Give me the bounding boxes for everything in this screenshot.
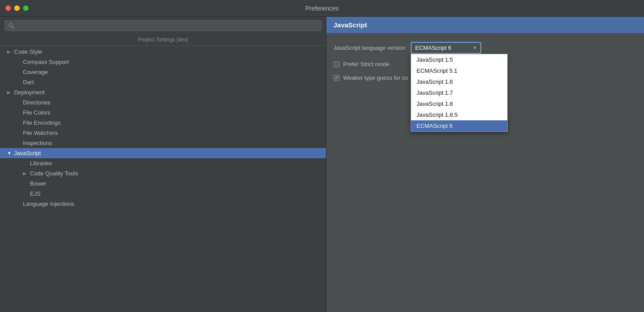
tree-label-code-style: Code Style xyxy=(14,48,42,55)
dropdown-option-js185[interactable]: JavaScript 1.8.5 xyxy=(411,109,507,120)
tree-item-compass-support[interactable]: Compass Support xyxy=(0,57,326,67)
selected-version-label: ECMAScript 6 xyxy=(415,45,451,51)
prefer-strict-mode-label: Prefer Strict mode xyxy=(343,61,389,67)
tree-label-bower: Bower xyxy=(30,180,46,187)
tree-label-file-watchers: File Watchers xyxy=(23,130,58,136)
tree-container: ▶Code StyleCompass SupportCoverageDart▶D… xyxy=(0,46,326,312)
tree-item-code-quality-tools[interactable]: ▶Code Quality Tools xyxy=(0,168,326,178)
tree-item-file-encodings[interactable]: File Encodings xyxy=(0,118,326,128)
tree-label-file-colors: File Colors xyxy=(23,109,50,116)
tree-label-dart: Dart xyxy=(23,79,34,85)
tree-item-file-colors[interactable]: File Colors xyxy=(0,108,326,118)
project-settings-header: Project Settings [dev] xyxy=(0,35,326,46)
right-panel-header: JavaScript xyxy=(326,17,644,33)
tree-item-javascript[interactable]: ▼JavaScript xyxy=(0,148,326,158)
dropdown-option-ecma6[interactable]: ECMAScript 6 xyxy=(411,120,507,131)
language-version-select-button[interactable]: ECMAScript 6 ▼ xyxy=(411,42,481,54)
tree-label-deployment: Deployment xyxy=(14,89,45,96)
dropdown-arrow-icon: ▼ xyxy=(472,45,477,50)
tree-item-libraries[interactable]: Libraries xyxy=(0,158,326,168)
search-input[interactable] xyxy=(17,22,318,29)
tree-item-directories[interactable]: Directories xyxy=(0,97,326,108)
main-container: Project Settings [dev] ▶Code StyleCompas… xyxy=(0,17,644,312)
tree-label-coverage: Coverage xyxy=(23,69,48,75)
language-version-row: JavaScript language version ECMAScript 6… xyxy=(333,42,637,54)
tree-label-code-quality-tools: Code Quality Tools xyxy=(30,170,78,177)
weaker-type-guess-checkbox[interactable] xyxy=(333,75,340,81)
tree-item-dart[interactable]: Dart xyxy=(0,77,326,87)
search-wrapper[interactable] xyxy=(4,20,322,31)
right-panel-content: JavaScript language version ECMAScript 6… xyxy=(326,33,644,90)
tree-item-code-style[interactable]: ▶Code Style xyxy=(0,47,326,57)
close-button[interactable] xyxy=(5,5,11,11)
dropdown-option-js16[interactable]: JavaScript 1.6 xyxy=(411,76,507,87)
tree-item-deployment[interactable]: ▶Deployment xyxy=(0,87,326,97)
tree-item-bower[interactable]: Bower xyxy=(0,178,326,189)
window-title: Preferences xyxy=(305,5,338,12)
tree-item-coverage[interactable]: Coverage xyxy=(0,67,326,77)
tree-label-language-injections: Language Injections xyxy=(23,201,74,207)
language-version-select-wrapper: ECMAScript 6 ▼ JavaScript 1.5 ECMAScript… xyxy=(411,42,481,54)
tree-label-javascript: JavaScript xyxy=(14,150,41,156)
minimize-button[interactable] xyxy=(14,5,20,11)
search-icon xyxy=(8,23,15,29)
tree-label-directories: Directories xyxy=(23,99,50,106)
weaker-type-guess-label: Weaker type guess for co xyxy=(343,74,408,81)
tree-label-libraries: Libraries xyxy=(30,160,52,167)
tree-arrow-code-quality-tools: ▶ xyxy=(23,171,28,176)
dropdown-option-js18[interactable]: JavaScript 1.8 xyxy=(411,98,507,109)
dropdown-option-js17[interactable]: JavaScript 1.7 xyxy=(411,87,507,98)
dropdown-option-ecma51[interactable]: ECMAScript 5.1 xyxy=(411,65,507,76)
language-version-label: JavaScript language version xyxy=(333,45,405,51)
tree-label-file-encodings: File Encodings xyxy=(23,119,60,126)
left-panel: Project Settings [dev] ▶Code StyleCompas… xyxy=(0,17,326,312)
tree-label-inspections: Inspections xyxy=(23,140,52,146)
tree-arrow-javascript: ▼ xyxy=(7,151,12,156)
tree-label-compass-support: Compass Support xyxy=(23,59,69,65)
tree-arrow-deployment: ▶ xyxy=(7,90,12,95)
tree-item-inspections[interactable]: Inspections xyxy=(0,138,326,148)
version-dropdown-menu: JavaScript 1.5 ECMAScript 5.1 JavaScript… xyxy=(411,54,508,132)
svg-line-1 xyxy=(12,26,15,29)
traffic-lights xyxy=(5,5,29,11)
maximize-button[interactable] xyxy=(23,5,29,11)
dropdown-option-js15[interactable]: JavaScript 1.5 xyxy=(411,54,507,65)
right-panel: JavaScript JavaScript language version E… xyxy=(326,17,644,312)
prefer-strict-mode-checkbox[interactable] xyxy=(333,61,340,67)
tree-label-ejs: EJS xyxy=(30,190,41,197)
tree-item-file-watchers[interactable]: File Watchers xyxy=(0,128,326,138)
tree-arrow-code-style: ▶ xyxy=(7,49,12,54)
title-bar: Preferences xyxy=(0,0,644,17)
tree-item-language-injections[interactable]: Language Injections xyxy=(0,199,326,209)
tree-item-ejs[interactable]: EJS xyxy=(0,189,326,199)
search-bar xyxy=(0,17,326,35)
